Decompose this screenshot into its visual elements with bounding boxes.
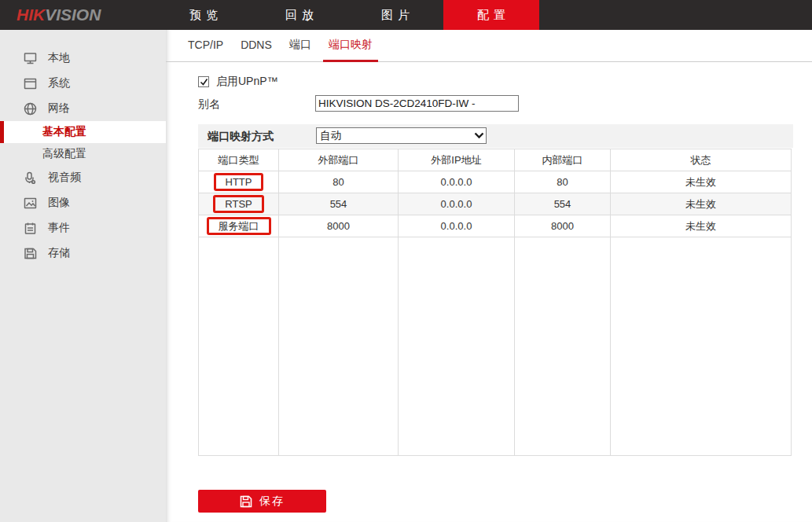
cell-external-ip: 0.0.0.0 xyxy=(399,215,515,237)
chevron-down-icon xyxy=(472,132,486,139)
cell-status: 未生效 xyxy=(611,171,792,193)
globe-icon xyxy=(23,101,38,116)
hikvision-config-page: HIKVISION 预览 回放 图片 配置 本地 系统 网络 xyxy=(0,0,812,522)
hikvision-logo: HIKVISION xyxy=(17,0,101,30)
tabs-bar: TCP/IP DDNS 端口 端口映射 xyxy=(166,30,812,62)
storage-icon xyxy=(23,246,38,261)
cell-external-port: 8000 xyxy=(279,215,399,237)
upnp-checkbox-label: 启用UPnP™ xyxy=(216,75,278,89)
alias-row: 别名 xyxy=(198,95,748,112)
save-icon xyxy=(240,495,252,508)
cell-internal-port: 554 xyxy=(515,193,611,215)
sidebar-subitem-label: 高级配置 xyxy=(42,147,86,161)
sidebar-item-label: 事件 xyxy=(48,221,70,235)
sidebar-item-basic-config[interactable]: 基本配置 xyxy=(0,121,166,143)
table-header-row: 端口类型 外部端口 外部IP地址 内部端口 状态 xyxy=(199,149,792,171)
col-header-external-port: 外部端口 xyxy=(279,149,399,171)
active-indicator-bar xyxy=(0,121,4,143)
alias-label: 别名 xyxy=(198,97,220,112)
mapping-mode-value: 自动 xyxy=(317,129,472,143)
tab-tcpip[interactable]: TCP/IP xyxy=(182,30,229,62)
content-area: TCP/IP DDNS 端口 端口映射 启用UPnP™ 别名 端口映射方式 自动 xyxy=(166,30,812,522)
window-icon xyxy=(23,76,38,91)
port-mapping-mode-band: 端口映射方式 自动 xyxy=(198,124,793,148)
sidebar-item-local[interactable]: 本地 xyxy=(0,46,166,71)
sidebar-item-label: 视音频 xyxy=(48,171,81,185)
annotation-box-rtsp: RTSP xyxy=(213,195,263,213)
top-bar: HIKVISION 预览 回放 图片 配置 xyxy=(0,0,812,30)
save-button[interactable]: 保存 xyxy=(198,490,326,513)
sidebar-item-label: 本地 xyxy=(48,51,70,65)
upnp-checkbox[interactable] xyxy=(198,76,209,87)
monitor-icon xyxy=(23,51,38,66)
table-row: 服务端口 8000 0.0.0.0 8000 未生效 xyxy=(199,215,792,237)
col-header-internal-port: 内部端口 xyxy=(515,149,611,171)
cell-external-ip: 0.0.0.0 xyxy=(399,171,515,193)
cell-external-ip: 0.0.0.0 xyxy=(399,193,515,215)
sidebar-item-storage[interactable]: 存储 xyxy=(0,241,166,266)
table-row: HTTP 80 0.0.0.0 80 未生效 xyxy=(199,171,792,193)
microphone-icon xyxy=(23,171,38,186)
sidebar-item-label: 网络 xyxy=(48,101,70,116)
tab-port[interactable]: 端口 xyxy=(284,30,317,62)
table-row: RTSP 554 0.0.0.0 554 未生效 xyxy=(199,193,792,215)
save-button-label: 保存 xyxy=(259,494,285,509)
nav-picture[interactable]: 图片 xyxy=(347,0,443,30)
cell-internal-port: 8000 xyxy=(515,215,611,237)
sidebar-item-label: 存储 xyxy=(48,246,70,260)
sidebar-item-system[interactable]: 系统 xyxy=(0,71,166,96)
annotation-box-http: HTTP xyxy=(214,173,264,191)
top-nav: 预览 回放 图片 配置 xyxy=(156,0,539,30)
sidebar-item-image[interactable]: 图像 xyxy=(0,190,166,215)
sidebar-subitem-label: 基本配置 xyxy=(42,125,86,139)
port-mapping-table: 端口类型 外部端口 外部IP地址 内部端口 状态 HTTP 80 0.0.0.0… xyxy=(198,149,792,456)
sidebar-item-label: 图像 xyxy=(48,196,70,210)
sidebar-item-video-audio[interactable]: 视音频 xyxy=(0,165,166,190)
image-icon xyxy=(23,196,38,211)
mapping-mode-label: 端口映射方式 xyxy=(208,130,274,144)
sidebar-item-network[interactable]: 网络 xyxy=(0,96,166,121)
cell-status: 未生效 xyxy=(611,215,792,237)
sidebar: 本地 系统 网络 基本配置 高级配置 视音频 xyxy=(0,30,166,522)
tab-ddns[interactable]: DDNS xyxy=(235,30,277,62)
alias-input[interactable] xyxy=(315,95,519,112)
upnp-enable-row: 启用UPnP™ xyxy=(198,75,278,89)
nav-preview[interactable]: 预览 xyxy=(156,0,252,30)
sidebar-item-advanced-config[interactable]: 高级配置 xyxy=(0,143,166,165)
logo-vision: VISION xyxy=(45,6,101,24)
col-header-port-type: 端口类型 xyxy=(199,149,279,171)
col-header-external-ip: 外部IP地址 xyxy=(399,149,515,171)
mapping-mode-select[interactable]: 自动 xyxy=(316,127,487,144)
logo-hik: HIK xyxy=(17,6,45,24)
tab-port-mapping[interactable]: 端口映射 xyxy=(323,30,378,62)
nav-configuration[interactable]: 配置 xyxy=(443,0,539,30)
table-empty-area xyxy=(199,237,792,456)
annotation-box-server-port: 服务端口 xyxy=(207,217,271,235)
sidebar-item-label: 系统 xyxy=(48,76,70,90)
cell-external-port: 80 xyxy=(279,171,399,193)
cell-status: 未生效 xyxy=(611,193,792,215)
event-icon xyxy=(23,221,38,236)
cell-internal-port: 80 xyxy=(515,171,611,193)
nav-playback[interactable]: 回放 xyxy=(252,0,347,30)
col-header-status: 状态 xyxy=(611,149,792,171)
checkmark-icon xyxy=(200,78,208,86)
cell-external-port: 554 xyxy=(279,193,399,215)
sidebar-item-event[interactable]: 事件 xyxy=(0,215,166,241)
